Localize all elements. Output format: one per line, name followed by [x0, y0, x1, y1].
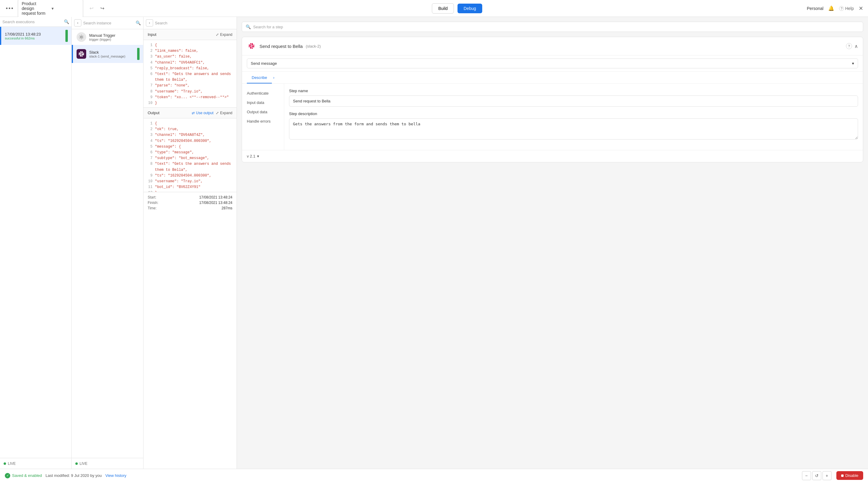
tab-describe[interactable]: Describe: [247, 72, 272, 84]
left-nav-input-data[interactable]: Input data: [247, 98, 279, 107]
step-search-bar: 🔍: [242, 22, 863, 32]
main-area: 🔍 17/08/2021 13:48:23 successful in 662m…: [0, 17, 868, 469]
redo-button[interactable]: ↪: [98, 4, 107, 13]
tab-arrow: ›: [272, 72, 276, 84]
output-code-line: 2"ok": true,: [145, 127, 236, 132]
step-dropdown: Send message ▾: [242, 56, 863, 72]
workflow-chevron: ▾: [52, 6, 79, 11]
instance-item-slack[interactable]: Slack slack-1 (send_message): [72, 45, 143, 63]
menu-dots-button[interactable]: [5, 6, 14, 10]
input-code-block: 1{2"link_names": false,3"as_user": false…: [144, 40, 237, 107]
undo-button[interactable]: ↩: [87, 4, 96, 13]
step-dropdown-button[interactable]: Send message ▾: [247, 59, 858, 68]
execution-date: 17/08/2021 13:48:23: [5, 32, 41, 36]
left-nav-handle-errors[interactable]: Handle errors: [247, 117, 279, 126]
svg-rect-1: [248, 42, 255, 50]
detail-search-input[interactable]: [155, 21, 234, 25]
execution-status: successful in 662ms: [5, 36, 41, 40]
step-left-nav: Authenticate Input data Output data Hand…: [242, 84, 284, 150]
disable-dot-icon: [841, 475, 844, 477]
step-card-header: Send request to Bella (slack-2) ? ∧: [242, 37, 863, 56]
instances-search-icon[interactable]: 🔍: [135, 21, 141, 25]
timing-time: Time: 287ms: [148, 206, 232, 210]
output-expand-button[interactable]: ⤢ Expand: [216, 111, 232, 115]
step-desc-label: Step description: [289, 111, 858, 116]
saved-icon: ✓: [5, 473, 10, 478]
output-code-line: 10"username": "Tray.io",: [145, 179, 236, 184]
timing-start: Start: 17/08/2021 13:48:24: [148, 195, 232, 199]
manual-trigger-icon: [76, 32, 86, 42]
step-name-input[interactable]: [289, 96, 858, 107]
step-help-button[interactable]: ?: [846, 43, 852, 49]
right-panel: 🔍 Send request to Bella (slack-2): [237, 17, 868, 469]
instances-live-bar: LIVE: [72, 458, 143, 469]
step-desc-textarea[interactable]: [289, 118, 858, 139]
use-output-button[interactable]: ⇄ Use output: [192, 111, 213, 115]
close-button[interactable]: ✕: [859, 5, 863, 12]
execution-item[interactable]: 17/08/2021 13:48:23 successful in 662ms: [0, 27, 71, 45]
workflow-selector[interactable]: Product design request form ▾: [18, 0, 83, 18]
step-card-title-group: Send request to Bella (slack-2): [247, 41, 321, 51]
step-tab-nav: Describe ›: [242, 72, 863, 84]
output-expand-icon: ⤢: [216, 111, 219, 115]
step-desc-group: Step description: [289, 111, 858, 140]
bottombar: ✓ Saved & enabled Last modified: 9 Jul 2…: [0, 469, 868, 482]
left-nav-output-data[interactable]: Output data: [247, 107, 279, 117]
output-code-line: 11"bot_id": "BV62Z4Y91": [145, 184, 236, 190]
instances-collapse-button[interactable]: ‹: [74, 19, 82, 27]
saved-label: Saved & enabled: [12, 473, 42, 478]
input-code-line: 9"token": "xo... <**--removed--**>": [145, 95, 236, 100]
detail-panel: ‹ Input ⤢ Expand 1{2"link_names": false,…: [144, 17, 237, 469]
output-code-line: 8"text": "Gets the answers and sends the…: [145, 161, 236, 172]
executions-search-input[interactable]: [2, 20, 62, 24]
input-code-line: 4"channel": "UV64A8FC1",: [145, 60, 236, 66]
version-chevron: ▾: [257, 154, 259, 158]
help-button[interactable]: ? Help: [839, 6, 854, 11]
execution-status-bar: [65, 30, 68, 42]
step-title: Send request to Bella: [259, 44, 303, 49]
timing-section: Start: 17/08/2021 13:48:24 Finish: 17/08…: [144, 192, 237, 213]
version-row[interactable]: v 2.1 ▾: [242, 150, 863, 162]
step-card: Send request to Bella (slack-2) ? ∧ Send…: [242, 37, 863, 162]
step-body: Authenticate Input data Output data Hand…: [242, 84, 863, 150]
topbar-right: Personal 🔔 ? Help ✕: [807, 5, 863, 12]
step-collapse-button[interactable]: ∧: [855, 43, 858, 49]
step-slack-icon: [247, 41, 256, 51]
detail-collapse-button[interactable]: ‹: [146, 19, 153, 27]
refresh-button[interactable]: ↺: [812, 471, 821, 480]
bell-icon[interactable]: 🔔: [828, 5, 834, 11]
step-search-input[interactable]: [253, 25, 859, 29]
manual-trigger-info: Manual Trigger trigger (trigger): [89, 33, 140, 41]
input-expand-button[interactable]: ⤢ Expand: [216, 33, 232, 37]
left-nav-authenticate[interactable]: Authenticate: [247, 89, 279, 98]
slack-status-bar: [137, 48, 140, 60]
help-circle-icon: ?: [839, 6, 844, 11]
zoom-out-button[interactable]: −: [802, 471, 811, 480]
modified-text: Last modified: 9 Jul 2020 by you: [45, 473, 101, 478]
view-history-link[interactable]: View history: [105, 473, 126, 478]
zoom-in-button[interactable]: +: [823, 471, 832, 480]
input-code-line: 8"username": "Tray.io",: [145, 89, 236, 95]
instance-item-manual-trigger[interactable]: Manual Trigger trigger (trigger): [72, 29, 143, 45]
output-code-line: 5"message": {: [145, 144, 236, 150]
input-code-line: 5"reply_broadcast": false,: [145, 66, 236, 71]
executions-search-icon[interactable]: 🔍: [64, 19, 69, 24]
input-code-line: 1{: [145, 42, 236, 48]
instances-search-input[interactable]: [83, 21, 134, 25]
output-code-line: 6"type": "message",: [145, 150, 236, 155]
svg-point-0: [81, 36, 82, 38]
expand-icon: ⤢: [216, 33, 219, 37]
step-name-group: Step name: [289, 89, 858, 107]
output-section: Output ⇄ Use output ⤢ Expand 1{2"ok": tr…: [144, 107, 237, 192]
timing-finish: Finish: 17/08/2021 13:48:24: [148, 201, 232, 205]
instances-live-dot: [75, 462, 78, 465]
disable-button[interactable]: Disable: [836, 471, 863, 480]
debug-button[interactable]: Debug: [458, 4, 482, 13]
step-header-actions: ? ∧: [846, 43, 858, 49]
output-code-line: 3"channel": "DV64A8T4Z",: [145, 132, 236, 138]
build-button[interactable]: Build: [432, 3, 454, 13]
executions-live-bar: LIVE: [0, 458, 71, 469]
input-code-line: 7"parse": "none",: [145, 83, 236, 89]
step-name-label: Step name: [289, 89, 858, 93]
output-code-line: 9"ts": "1629204504.000300",: [145, 173, 236, 179]
